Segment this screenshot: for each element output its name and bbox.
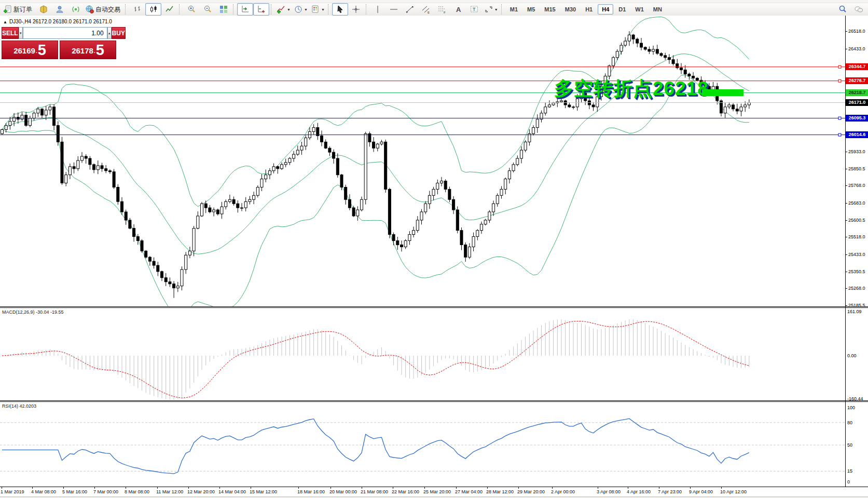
arrows-button[interactable]: ▼ (483, 3, 500, 16)
templates-button[interactable]: ▼ (309, 3, 326, 16)
volume-down-button[interactable]: ▼ (19, 27, 23, 39)
symbol-ohlc-text: DJ30-,H4 26172.0 26180.0 26171.0 26171.0 (9, 19, 112, 24)
zoom-out-button[interactable] (199, 3, 215, 16)
spin-up-icon: ▲ (108, 32, 111, 35)
macd-scale-label: 0.00 (847, 353, 857, 358)
main-price-chart[interactable] (0, 16, 845, 306)
macd-scale-label: 161.09 (847, 309, 862, 314)
vertical-line-button[interactable] (370, 3, 386, 16)
cursor-button[interactable] (332, 3, 348, 16)
price-tick-label: 25600.5 (848, 218, 865, 223)
price-level-badge: 26171.0 (846, 99, 868, 106)
date-label: 12 Mar 20:00 (187, 489, 215, 494)
dropdown-caret-icon[interactable]: ▼ (304, 8, 308, 11)
arrows-icon (484, 5, 493, 14)
crosshair-icon (351, 5, 361, 14)
svg-text:T: T (473, 7, 476, 12)
profiles-button[interactable] (51, 3, 67, 16)
line-handle[interactable] (838, 65, 841, 68)
volume-input[interactable] (23, 27, 107, 39)
date-tick (721, 487, 722, 489)
alerts-button[interactable] (67, 3, 84, 16)
text-button[interactable]: A (450, 3, 466, 16)
date-label: 9 Apr 04:00 (689, 489, 713, 494)
text-label-button[interactable]: T (466, 3, 483, 16)
chart-window[interactable]: ▲DJ30-,H4 26172.0 26180.0 26171.0 26171.… (0, 16, 868, 498)
macd-label: MACD(12,26,9) -30.04 -19.55 (2, 309, 64, 315)
sell-price-box[interactable]: 26169.5 (2, 41, 58, 59)
timeframe-M1-button[interactable]: M1 (506, 4, 522, 15)
date-label: 8 Mar 08:00 (125, 489, 149, 494)
date-label: 4 Mar 08:00 (31, 489, 56, 494)
crosshair-button[interactable] (348, 3, 364, 16)
line-chart-icon (165, 5, 174, 14)
toolbar-separator (501, 4, 504, 15)
candles (1, 31, 751, 298)
buy-button[interactable]: BUY (112, 27, 126, 39)
candle-chart-icon (149, 5, 158, 14)
periods-button[interactable]: ▼ (292, 3, 309, 16)
rsi-scale-label: 80 (847, 420, 852, 425)
price-tick-label: 25433.0 (848, 252, 865, 257)
sell-button[interactable]: SELL (2, 27, 19, 39)
candle-chart-button[interactable] (145, 3, 161, 16)
zoom-in-button[interactable] (183, 3, 199, 16)
bollinger-bands (2, 17, 749, 306)
dropdown-caret-icon[interactable]: ▼ (321, 8, 325, 11)
price-axis[interactable]: 26518.026433.025933.025850.525768.025683… (845, 16, 868, 487)
rsi-line (2, 419, 749, 474)
collapse-panel-icon[interactable]: ▲ (3, 20, 7, 24)
dropdown-caret-icon[interactable]: ▼ (287, 8, 291, 11)
timeframe-MN-button[interactable]: MN (649, 4, 666, 15)
turning-point-annotation[interactable]: 多空转折点26218 (554, 76, 709, 102)
chart-shift-icon (257, 5, 266, 14)
timeframe-H1-button[interactable]: H1 (581, 4, 597, 15)
toolbar-separator (125, 4, 128, 15)
rsi-label: RSI(14) 42.0203 (2, 403, 36, 409)
tile-windows-icon (219, 5, 228, 14)
search-button[interactable] (834, 3, 850, 16)
chat-button[interactable] (850, 3, 866, 16)
date-label: 21 Mar 08:00 (361, 489, 388, 494)
toolbar-separator (366, 4, 368, 15)
timeframe-M30-button[interactable]: M30 (561, 4, 580, 15)
line-handle[interactable] (838, 133, 841, 136)
date-axis[interactable]: 1 Mar 20194 Mar 08:005 Mar 16:007 Mar 00… (0, 487, 868, 496)
toolbar-separator (179, 4, 182, 15)
fibonacci-button[interactable]: F (434, 3, 450, 16)
indicators-button[interactable]: ▼ (275, 3, 292, 16)
date-tick (2, 487, 2, 489)
auto-scroll-button[interactable] (237, 3, 253, 16)
mt4-window: 新订单自动交易▼▼▼EFAT▼M1M5M15M30H1H4D1W1MN ▲DJ3… (0, 0, 868, 498)
price-tick-label: 25185.5 (848, 303, 865, 308)
volume-up-button[interactable]: ▲ (107, 27, 112, 39)
timeframe-M15-button[interactable]: M15 (540, 4, 559, 15)
date-tick (63, 487, 64, 489)
rsi-scale-label: 50 (847, 442, 852, 448)
line-handle[interactable] (838, 79, 841, 82)
timeframe-W1-button[interactable]: W1 (631, 4, 648, 15)
horizontal-line-icon (389, 5, 398, 14)
chart-shift-button[interactable] (253, 3, 269, 16)
macd-panel[interactable] (0, 308, 845, 400)
tile-windows-button[interactable] (215, 3, 231, 16)
timeframe-H4-button[interactable]: H4 (598, 4, 613, 15)
buy-price-box[interactable]: 26178.5 (60, 41, 116, 59)
date-label: 3 Apr 08:00 (597, 489, 621, 494)
bar-chart-button[interactable] (129, 3, 145, 16)
timeframe-D1-button[interactable]: D1 (614, 4, 630, 15)
channel-button[interactable]: E (418, 3, 434, 16)
green-highlight-bar[interactable] (702, 89, 743, 96)
dropdown-caret-icon[interactable]: ▼ (494, 8, 498, 11)
line-handle[interactable] (838, 117, 841, 119)
journal-button[interactable] (35, 3, 51, 16)
timeframe-M5-button[interactable]: M5 (523, 4, 539, 15)
horizontal-line-button[interactable] (386, 3, 402, 16)
line-chart-button[interactable] (161, 3, 177, 16)
date-tick (94, 487, 95, 489)
rsi-panel[interactable] (0, 402, 845, 486)
autotrade-button[interactable]: 自动交易 (84, 3, 123, 16)
trendline-button[interactable] (402, 3, 418, 16)
price-tick-label: 26433.0 (848, 46, 865, 51)
new-order-button[interactable]: 新订单 (2, 3, 35, 16)
